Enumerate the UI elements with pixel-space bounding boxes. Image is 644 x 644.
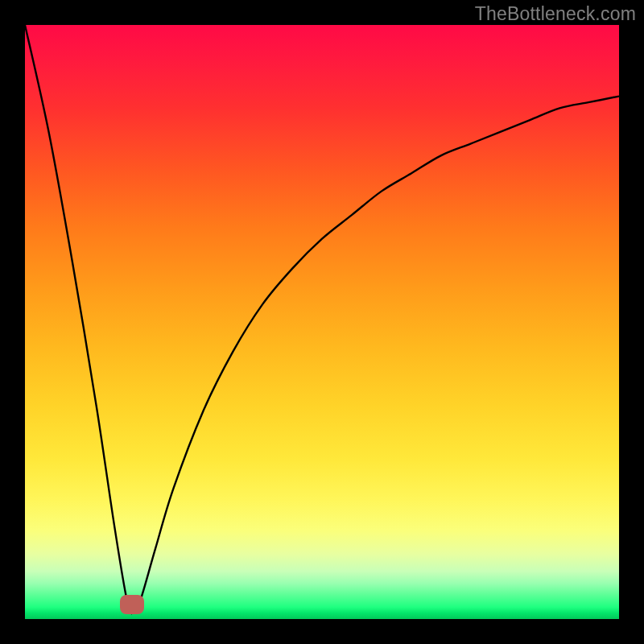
optimal-point-marker	[120, 595, 144, 614]
plot-area	[25, 25, 619, 619]
curve-path	[25, 25, 619, 613]
bottleneck-curve	[25, 25, 619, 619]
watermark-text: TheBottleneck.com	[475, 3, 636, 25]
chart-frame: TheBottleneck.com	[0, 0, 644, 644]
